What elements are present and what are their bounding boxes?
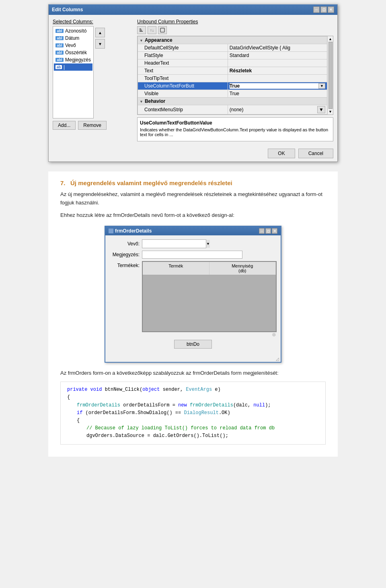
col-badge: abl — [55, 43, 64, 47]
list-item[interactable]: abl Megjegyzés — [54, 56, 92, 63]
code-line-5: { — [77, 417, 319, 425]
prop-contextmenustrip[interactable]: ContextMenuStrip (none) ▼ — [138, 105, 327, 114]
dropdown-arrow-icon[interactable]: ▼ — [317, 106, 325, 113]
resize-corner[interactable]: ◿ — [105, 356, 281, 362]
col-termek: Termék — [143, 262, 209, 275]
frm-restore-button[interactable]: ◻ — [265, 228, 271, 234]
props-sort-alpha-button[interactable] — [137, 26, 146, 34]
dropdown-arrow-icon[interactable]: ▼ — [318, 83, 325, 89]
frm-app-icon — [109, 229, 113, 233]
move-buttons: ▲ ▼ — [95, 26, 105, 49]
paragraph2: Ehhez hozzuk létre az frmOrderDetails ne… — [60, 211, 326, 220]
cancel-button[interactable]: Cancel — [298, 149, 333, 158]
props-view-button[interactable] — [158, 26, 167, 34]
kw: null — [253, 402, 265, 408]
vevo-input[interactable] — [142, 240, 206, 248]
prop-visible[interactable]: Visible True — [138, 90, 327, 98]
code-text: (orderDetailsForm.ShowDialog() == — [82, 410, 184, 416]
section-behavior: ▼Behavior — [138, 98, 327, 105]
list-item-active[interactable]: ab | — [54, 63, 92, 71]
prop-defaultcellstyle[interactable]: DefaultCellStyle DataGridViewCellStyle {… — [138, 44, 327, 52]
termekek-grid[interactable]: Termék Mennyiség(db) — [142, 261, 277, 332]
section-label: Appearance — [145, 37, 172, 43]
svg-rect-0 — [140, 29, 141, 29]
right-panel: Unbound Column Properties ↑↓ ▼Appearance — [137, 19, 333, 141]
kw: void — [90, 387, 105, 392]
minimize-button[interactable]: ─ — [313, 6, 320, 13]
frm-minimize-button[interactable]: ─ — [259, 228, 265, 234]
remove-button[interactable]: Remove — [78, 121, 107, 130]
close-button[interactable]: ✕ — [328, 6, 334, 13]
left-panel: Selected Columns: abl Azonosító abl Dátu… — [53, 19, 133, 141]
list-item[interactable]: abl Összérték — [54, 49, 92, 56]
properties-table: ▼Appearance DefaultCellStyle DataGridVie… — [138, 36, 327, 114]
dialog-body: Selected Columns: abl Azonosító abl Dátu… — [49, 15, 337, 145]
kw-type: DialogResult — [184, 410, 218, 416]
termekek-label: Termékek: — [109, 261, 140, 337]
frm-title-controls: ─ ◻ ✕ — [259, 228, 277, 234]
svg-rect-1 — [140, 30, 142, 31]
scroll-thumb[interactable] — [329, 42, 333, 109]
property-description: UseColumnTextForButtonValue Indicates wh… — [137, 117, 333, 141]
col-mennyiseg: Mennyiség(db) — [209, 262, 276, 275]
vevo-label: Vevő: — [109, 241, 140, 247]
vevo-dropdown-button[interactable]: ▼ — [206, 240, 210, 248]
list-item[interactable]: abl Vevő — [54, 42, 92, 49]
frm-titlebar: frmOrderDetails ─ ◻ ✕ — [105, 227, 281, 235]
prop-name: FlatStyle — [138, 52, 228, 59]
article-body: 7. Új megrendelés valamint meglévő megre… — [48, 172, 338, 457]
paragraph1: Az új megrendelésekhez, valamint a meglé… — [60, 190, 326, 207]
section-title-text: Új megrendelés valamint meglévő megrende… — [70, 180, 232, 186]
prop-headertext[interactable]: HeaderText — [138, 59, 327, 67]
section-number: 7. — [60, 180, 66, 186]
prop-value: Részletek — [228, 67, 327, 75]
selected-columns-label: Selected Columns: — [53, 19, 133, 24]
vevo-combo[interactable]: ▼ — [142, 239, 206, 248]
col-badge: abl — [55, 29, 64, 33]
restore-button[interactable]: ◻ — [320, 6, 327, 13]
prop-flatstyle[interactable]: FlatStyle Standard — [138, 52, 327, 59]
col-badge: abl — [55, 51, 64, 55]
frm-close-button[interactable]: ✕ — [272, 228, 277, 234]
code-text: sender, — [160, 387, 186, 392]
columns-list[interactable]: abl Azonosító abl Dátum abl Vevő abl Öss… — [53, 26, 94, 118]
vevo-field-row: Vevő: ▼ — [109, 239, 277, 248]
code-text — [187, 402, 190, 408]
code-text: e) — [212, 387, 221, 392]
svg-text:↑↓: ↑↓ — [150, 28, 154, 33]
prop-usecolumntext[interactable]: UseColumnTextForButt True ▼ — [138, 82, 327, 90]
scroll-up-icon[interactable]: ▲ — [329, 37, 332, 41]
list-item[interactable]: abl Dátum — [54, 35, 92, 42]
comment: // Because of lazy loading ToList() forc… — [86, 425, 275, 431]
svg-rect-2 — [140, 31, 143, 32]
scrollbar[interactable]: ▲ ▼ — [327, 36, 333, 114]
prop-name: DefaultCellStyle — [138, 44, 228, 52]
props-toolbar: ↑↓ — [137, 26, 333, 34]
prop-tooltiptext[interactable]: ToolTipText — [138, 75, 327, 82]
megjegyzes-input[interactable] — [142, 251, 242, 259]
edit-columns-dialog: Edit Columns ─ ◻ ✕ Selected Columns: abl… — [48, 4, 338, 162]
move-up-button[interactable]: ▲ — [95, 28, 105, 37]
kw: if — [77, 410, 82, 416]
list-item[interactable]: abl Azonosító — [54, 27, 92, 35]
dialog-title: Edit Columns — [52, 7, 83, 12]
code-text: btnNew_Click( — [105, 387, 143, 392]
prop-value: Standard — [228, 52, 327, 59]
btn-do[interactable]: btnDo — [174, 340, 212, 349]
code-intro-text: Az frmOrders form-on a következőképp sza… — [60, 369, 326, 378]
scroll-down-icon[interactable]: ▼ — [329, 110, 332, 114]
move-down-button[interactable]: ▼ — [95, 39, 105, 49]
ok-button[interactable]: OK — [268, 149, 295, 158]
code-line-3: frmOrderDetails orderDetailsForm = new f… — [77, 402, 319, 409]
prop-value: True ▼ — [228, 82, 327, 90]
code-text: ); — [265, 402, 271, 408]
prop-text[interactable]: Text Részletek — [138, 67, 327, 75]
grid-header: Termék Mennyiség(db) — [143, 262, 276, 275]
props-sort-cat-button[interactable]: ↑↓ — [148, 26, 156, 34]
col-name: Vevő — [65, 43, 76, 48]
section-heading: 7. Új megrendelés valamint meglévő megre… — [60, 180, 326, 186]
prop-name: UseColumnTextForButt — [138, 82, 228, 90]
code-text: .OK) — [219, 410, 230, 416]
arrow-icon: ▼ — [140, 39, 143, 43]
add-button[interactable]: Add... — [53, 121, 76, 130]
